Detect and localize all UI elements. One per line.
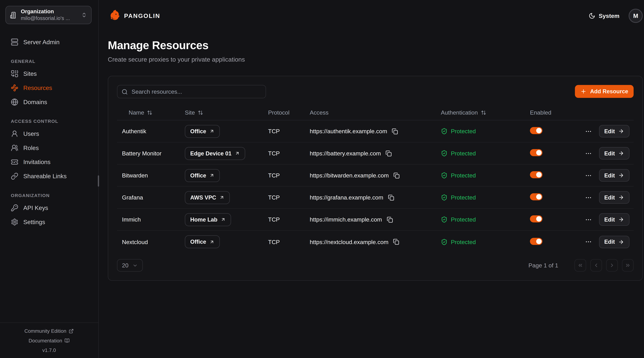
next-page-button[interactable] [606,259,618,271]
card-toolbar: Add Resource [117,85,634,98]
first-page-button[interactable] [574,259,586,271]
site-link-button[interactable]: Office [185,169,220,182]
sidebar-heading-access-control: ACCESS CONTROL [11,119,95,124]
community-edition-label: Community Edition [24,328,66,334]
sort-icon[interactable] [147,110,152,115]
sort-icon[interactable] [481,110,486,115]
arrow-right-icon [618,128,624,134]
sidebar-item-label: API Keys [23,204,48,211]
ticket-check-icon [11,158,18,166]
copy-url-button[interactable] [393,239,399,245]
edit-button[interactable]: Edit [599,147,630,160]
row-menu-button[interactable] [585,150,592,157]
auth-status: Protected [451,128,476,135]
search-input[interactable] [117,85,266,98]
page-subtitle: Create secure proxies to your private ap… [108,56,643,63]
sidebar-footer: Community Edition Documentation v1.7.0 [0,322,98,358]
brand: PANGOLIN [108,10,160,22]
ellipsis-icon [585,238,592,245]
previous-page-button[interactable] [590,259,602,271]
org-switcher[interactable]: Organization milo@fossorial.io's ... [6,6,92,24]
copy-icon [386,216,393,223]
row-menu-button[interactable] [585,172,592,179]
sidebar-item-resources[interactable]: Resources [11,82,95,94]
site-link-button[interactable]: Home Lab [185,213,231,226]
site-link-button[interactable]: AWS VPC [185,191,230,204]
server-icon [11,38,18,46]
auth-status: Protected [451,194,476,201]
shield-check-icon [441,216,448,223]
row-menu-button[interactable] [585,128,592,135]
shield-check-icon [441,238,448,245]
sidebar-item-shareable-links[interactable]: Shareable Links [11,170,95,182]
copy-url-button[interactable] [392,128,398,134]
pagination-controls: Page 1 of 1 [528,259,634,271]
resource-name: Nextcloud [117,238,185,245]
edit-button[interactable]: Edit [599,236,630,248]
enabled-toggle[interactable] [530,149,542,156]
sidebar-item-invitations[interactable]: Invitations [11,156,95,168]
sidebar-item-domains[interactable]: Domains [11,96,95,108]
edit-label: Edit [604,172,615,178]
sidebar-item-api-keys[interactable]: API Keys [11,202,95,214]
enabled-toggle[interactable] [530,127,542,134]
column-label: Site [185,109,195,116]
sidebar-item-label: Resources [23,85,52,91]
edit-button[interactable]: Edit [599,213,630,226]
sidebar-item-label: Invitations [23,159,50,165]
last-page-button[interactable] [622,259,634,271]
sidebar-scrollbar-thumb[interactable] [98,175,99,187]
table-row: Nextcloud Office TCP https://nextcloud.e… [117,231,634,253]
edit-button[interactable]: Edit [599,125,630,138]
theme-toggle-button[interactable]: System [589,13,620,19]
resource-name: Immich [117,216,185,223]
ellipsis-icon [585,128,592,135]
site-name: Office [190,172,206,178]
sidebar-item-label: Users [23,130,39,137]
column-header-access: Access [310,109,441,116]
book-open-icon [65,338,70,343]
community-edition-link[interactable]: Community Edition [24,328,74,334]
sort-icon[interactable] [198,110,203,115]
arrow-right-icon [618,239,624,245]
resource-name: Grafana [117,194,185,201]
site-link-button[interactable]: Office [185,125,220,138]
add-resource-button[interactable]: Add Resource [575,85,634,98]
page-size-select[interactable]: 20 [117,259,142,271]
edit-label: Edit [604,150,615,156]
sidebar-item-sites[interactable]: Sites [11,68,95,80]
user-avatar[interactable]: M [629,9,643,23]
copy-url-button[interactable] [386,150,392,156]
edit-button[interactable]: Edit [599,191,630,204]
sidebar-item-settings[interactable]: Settings [11,216,95,228]
site-link-button[interactable]: Office [185,235,220,248]
resources-table: Name Site Protocol Access Authenticati [117,105,634,253]
enabled-toggle[interactable] [530,215,542,222]
copy-url-button[interactable] [393,172,400,178]
row-menu-button[interactable] [585,216,592,223]
copy-icon [393,239,399,245]
site-link-button[interactable]: Edge Device 01 [185,147,245,160]
copy-url-button[interactable] [388,194,394,201]
sidebar-nav: Server Admin GENERAL Sites Resources Dom… [0,28,98,322]
auth-status: Protected [451,216,476,223]
enabled-toggle[interactable] [530,193,542,200]
enabled-toggle[interactable] [530,171,542,178]
ellipsis-icon [585,172,592,179]
documentation-link[interactable]: Documentation [28,338,70,343]
sidebar-item-users[interactable]: Users [11,127,95,140]
enabled-toggle[interactable] [530,238,542,245]
arrow-up-right-icon [210,129,214,134]
sidebar-item-server-admin[interactable]: Server Admin [11,36,95,48]
row-menu-button[interactable] [585,238,592,245]
row-menu-button[interactable] [585,194,592,201]
copy-url-button[interactable] [386,216,393,223]
sidebar-item-roles[interactable]: Roles [11,142,95,154]
page-title: Manage Resources [108,39,643,52]
auth-status: Protected [451,172,476,179]
sidebar-heading-organization: ORGANIZATION [11,193,95,198]
arrow-right-icon [618,150,624,156]
edit-button[interactable]: Edit [599,169,630,182]
resource-protocol: TCP [268,238,310,245]
resource-protocol: TCP [268,172,310,179]
